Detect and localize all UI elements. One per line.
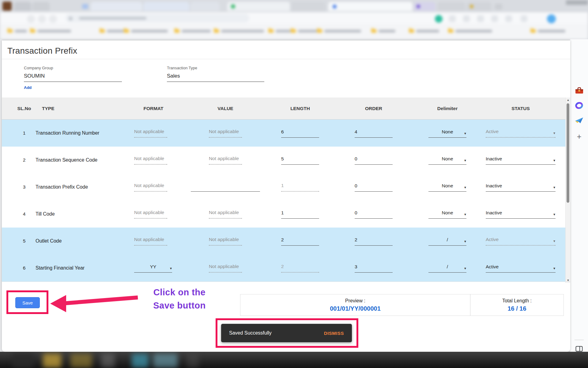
bookmark-item[interactable] xyxy=(174,29,211,33)
length-input[interactable]: 6 xyxy=(281,129,319,138)
header-status: STATUS xyxy=(486,106,556,111)
order-input[interactable]: 0 xyxy=(355,156,393,165)
taskbar-app[interactable] xyxy=(12,354,34,368)
add-icon[interactable]: + xyxy=(575,132,584,141)
scrollbar-up-icon[interactable]: ▲ xyxy=(566,98,571,102)
status-select[interactable]: Active▾ xyxy=(486,264,556,273)
order-input[interactable]: 0 xyxy=(355,210,393,219)
delimiter-select[interactable]: None▾ xyxy=(428,156,466,165)
length-input[interactable]: 2 xyxy=(281,237,319,246)
send-icon[interactable] xyxy=(575,116,584,125)
profile-avatar[interactable] xyxy=(547,14,556,23)
taskbar-app[interactable] xyxy=(132,354,149,368)
save-button[interactable]: Save xyxy=(15,297,40,308)
status-select[interactable]: Inactive▾ xyxy=(486,183,556,192)
table-cell: Active▾ xyxy=(480,236,565,246)
preview-section: Preview : 001/01/YY/000001 xyxy=(240,294,470,316)
bookmark-item[interactable] xyxy=(30,29,71,33)
browser-tab[interactable] xyxy=(143,2,189,11)
bookmark-label xyxy=(37,30,71,33)
company-group-input[interactable]: SOUMIN xyxy=(24,73,122,82)
taskbar-app[interactable] xyxy=(187,354,199,368)
delimiter-select[interactable]: None▾ xyxy=(428,210,466,219)
taskbar[interactable] xyxy=(0,352,588,368)
taskbar-app[interactable] xyxy=(101,354,115,368)
chevron-down-icon: ▾ xyxy=(553,239,555,243)
company-group-field: Company Group SOUMIN xyxy=(24,66,122,82)
browser-tab[interactable] xyxy=(227,2,290,11)
browser-tab[interactable] xyxy=(91,2,142,11)
nav-button[interactable] xyxy=(27,15,35,23)
toolbar-icon[interactable] xyxy=(505,15,512,22)
table-scrollbar[interactable]: ▲ ▼ xyxy=(565,98,570,283)
taskbar-app[interactable] xyxy=(153,354,178,368)
bookmark-item[interactable] xyxy=(409,29,439,33)
browser-tab[interactable] xyxy=(437,2,465,11)
browser-tab[interactable] xyxy=(328,2,413,11)
delimiter-select[interactable]: None▾ xyxy=(428,183,466,192)
order-input[interactable]: 3 xyxy=(355,264,393,273)
bookmark-item[interactable] xyxy=(124,29,168,33)
nav-button[interactable] xyxy=(38,15,46,23)
table-cell: 4 xyxy=(351,129,424,138)
length-input[interactable]: 1 xyxy=(281,210,319,219)
browser-tab[interactable] xyxy=(32,2,50,11)
status-select[interactable]: Inactive▾ xyxy=(486,210,556,219)
company-group-label: Company Group xyxy=(24,66,122,70)
bookmark-item[interactable] xyxy=(448,29,492,33)
table-body: 1Transaction Running NumberNot applicabl… xyxy=(2,120,565,282)
length-input[interactable]: 5 xyxy=(281,156,319,165)
table-cell: 1 xyxy=(277,182,351,192)
tab-favicon xyxy=(470,5,473,8)
value-field[interactable] xyxy=(191,183,260,192)
window-controls[interactable] xyxy=(566,0,588,5)
toolbar-icon[interactable] xyxy=(491,15,498,22)
bookmark-item[interactable] xyxy=(214,29,264,33)
chevron-down-icon: ▾ xyxy=(553,213,555,216)
add-link[interactable]: Add xyxy=(24,85,32,90)
bookmark-item[interactable] xyxy=(371,29,395,33)
toolbar-icon[interactable] xyxy=(449,15,456,22)
chevron-down-icon: ▾ xyxy=(464,159,466,162)
toolbar-icon[interactable] xyxy=(477,15,484,22)
toolbar-icon[interactable] xyxy=(521,15,527,22)
bookmark-item[interactable] xyxy=(530,29,565,33)
format-select[interactable]: YY▾ xyxy=(134,264,172,273)
nav-button[interactable] xyxy=(49,15,57,23)
new-tab-button[interactable] xyxy=(495,4,502,10)
taskbar-items xyxy=(0,352,588,368)
extension-icon[interactable] xyxy=(435,15,443,23)
browser-tab[interactable] xyxy=(291,2,325,11)
order-input[interactable]: 4 xyxy=(355,129,393,138)
slno-value: 6 xyxy=(23,265,26,271)
bookmark-item[interactable] xyxy=(291,29,318,33)
type-label: Outlet Code xyxy=(36,238,62,244)
dismiss-button[interactable]: DISMISS xyxy=(324,331,344,336)
order-input[interactable]: 0 xyxy=(355,183,393,192)
browser-tab[interactable] xyxy=(14,2,31,11)
taskbar-app[interactable] xyxy=(43,354,61,368)
tab-group-chip[interactable] xyxy=(82,4,88,9)
loop-icon[interactable] xyxy=(575,101,584,110)
scrollbar-thumb[interactable] xyxy=(567,103,569,203)
table-cell: 1 xyxy=(13,130,36,136)
delimiter-select[interactable]: None▾ xyxy=(428,129,466,138)
taskbar-app[interactable] xyxy=(70,354,92,368)
transaction-type-input[interactable]: Sales xyxy=(167,73,264,82)
annotation-line2: Save button xyxy=(130,299,228,312)
bookmark-item[interactable] xyxy=(317,29,361,33)
format-field: Not applicable xyxy=(134,236,167,246)
browser-tab[interactable] xyxy=(190,2,220,11)
toolbox-icon[interactable] xyxy=(575,86,584,95)
delimiter-select[interactable]: /▾ xyxy=(428,264,466,273)
chevron-down-icon: ▾ xyxy=(553,186,555,189)
bookmark-item[interactable] xyxy=(7,29,27,33)
table-cell: 4 xyxy=(13,211,36,217)
bookmark-item[interactable] xyxy=(100,29,125,33)
toolbar-icon[interactable] xyxy=(463,15,470,22)
delimiter-select[interactable]: /▾ xyxy=(428,237,466,246)
folder-icon xyxy=(448,29,453,33)
bookmark-item[interactable] xyxy=(268,29,291,33)
status-select[interactable]: Inactive▾ xyxy=(486,156,556,165)
order-input[interactable]: 2 xyxy=(355,237,393,246)
